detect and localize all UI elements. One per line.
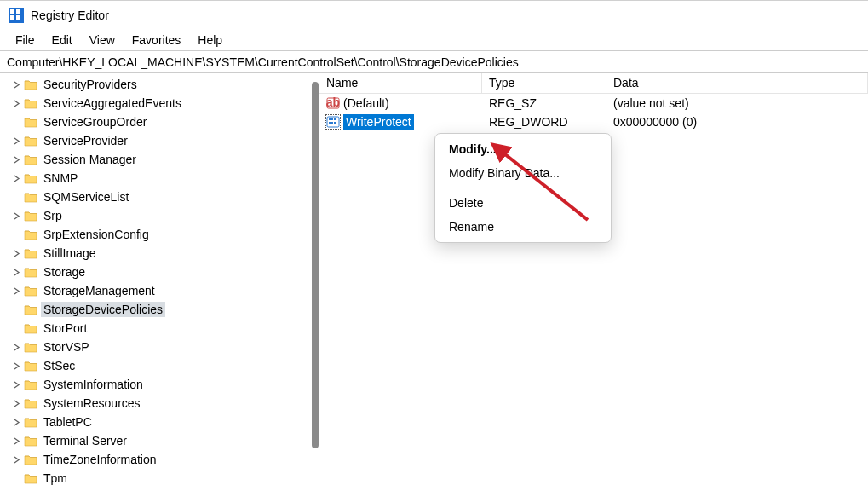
- folder-icon: [24, 378, 37, 390]
- tree-item-label: SystemResources: [41, 396, 143, 411]
- tree-item-label: Srp: [41, 208, 65, 223]
- folder-icon: [24, 453, 37, 465]
- value-row[interactable]: WriteProtectREG_DWORD0x00000000 (0): [319, 113, 868, 131]
- chevron-right-icon[interactable]: [12, 343, 21, 352]
- tree-item-label: Storage: [41, 264, 88, 280]
- svg-rect-2: [16, 9, 20, 14]
- svg-rect-9: [331, 118, 333, 120]
- context-menu-rename[interactable]: Rename: [435, 215, 611, 239]
- menu-edit[interactable]: Edit: [43, 31, 81, 49]
- chevron-right-icon[interactable]: [12, 249, 21, 258]
- folder-icon: [24, 341, 37, 353]
- tree-item[interactable]: ServiceAggregatedEvents: [0, 94, 319, 113]
- menu-file[interactable]: File: [7, 31, 43, 49]
- value-data: (value not set): [606, 95, 868, 111]
- value-name: (Default): [343, 96, 389, 110]
- svg-rect-1: [10, 9, 14, 14]
- folder-icon: [24, 116, 37, 128]
- chevron-right-icon[interactable]: [12, 211, 21, 221]
- tree-item[interactable]: ServiceProvider: [0, 131, 319, 150]
- chevron-right-icon[interactable]: [12, 136, 21, 146]
- tree-item[interactable]: Storage: [0, 263, 319, 281]
- tree-item[interactable]: Terminal Server: [0, 431, 319, 450]
- svg-rect-4: [16, 15, 20, 20]
- tree-item[interactable]: StorageDevicePolicies: [0, 300, 319, 319]
- registry-tree[interactable]: SecurityProvidersServiceAggregatedEvents…: [0, 73, 319, 488]
- chevron-right-icon[interactable]: [12, 399, 21, 408]
- tree-item[interactable]: TabletPC: [0, 413, 319, 431]
- window-title: Registry Editor: [31, 9, 109, 22]
- context-menu-separator: [444, 188, 602, 188]
- address-text: Computer\HKEY_LOCAL_MACHINE\SYSTEM\Curre…: [7, 55, 519, 69]
- tree-item-label: StorVSP: [41, 339, 92, 355]
- registry-editor-icon: [9, 8, 24, 23]
- tree-item[interactable]: StillImage: [0, 244, 319, 263]
- chevron-right-icon[interactable]: [12, 80, 21, 90]
- tree-item-label: SecurityProviders: [41, 77, 140, 92]
- tree-item-label: ServiceProvider: [41, 133, 130, 148]
- chevron-right-icon[interactable]: [12, 436, 21, 446]
- tree-item[interactable]: SystemResources: [0, 394, 319, 413]
- tree-item-label: SrpExtensionConfig: [41, 227, 152, 242]
- chevron-right-icon[interactable]: [12, 455, 21, 465]
- svg-rect-11: [329, 122, 331, 124]
- svg-rect-10: [334, 118, 336, 120]
- folder-icon: [24, 416, 37, 428]
- tree-item[interactable]: TimeZoneInformation: [0, 450, 319, 469]
- tree-item[interactable]: ServiceGroupOrder: [0, 113, 319, 131]
- folder-icon: [24, 172, 37, 184]
- reg-dword-icon: [326, 115, 340, 129]
- tree-item-label: StorPort: [41, 321, 89, 336]
- menu-favorites[interactable]: Favorites: [124, 31, 190, 49]
- tree-item-label: StSec: [41, 358, 78, 373]
- context-menu-modify[interactable]: Modify...: [435, 137, 611, 161]
- chevron-right-icon[interactable]: [12, 361, 21, 371]
- tree-item[interactable]: Session Manager: [0, 150, 319, 169]
- chevron-right-icon[interactable]: [12, 380, 21, 390]
- tree-item-label: Session Manager: [41, 152, 139, 167]
- tree-item-label: ServiceGroupOrder: [41, 114, 149, 130]
- svg-rect-3: [10, 15, 14, 20]
- tree-item-label: SystemInformation: [41, 377, 146, 392]
- context-menu-delete[interactable]: Delete: [435, 191, 611, 215]
- column-header-name[interactable]: Name: [319, 73, 482, 93]
- menu-view[interactable]: View: [81, 31, 124, 49]
- scrollbar[interactable]: [310, 73, 319, 471]
- scrollbar-thumb[interactable]: [312, 82, 319, 448]
- column-header-data[interactable]: Data: [606, 73, 868, 93]
- context-menu-modify-binary[interactable]: Modify Binary Data...: [435, 161, 611, 185]
- folder-icon: [24, 153, 37, 165]
- tree-item-label: StorageManagement: [41, 283, 158, 298]
- tree-item[interactable]: StorVSP: [0, 338, 319, 356]
- folder-icon: [24, 397, 37, 409]
- context-menu: Modify... Modify Binary Data... Delete R…: [434, 133, 612, 243]
- folder-icon: [24, 266, 37, 278]
- chevron-right-icon[interactable]: [12, 155, 21, 165]
- tree-item[interactable]: Srp: [0, 206, 319, 225]
- chevron-right-icon[interactable]: [12, 286, 21, 296]
- folder-icon: [24, 472, 37, 484]
- menu-help[interactable]: Help: [189, 31, 231, 49]
- tree-item[interactable]: StorPort: [0, 319, 319, 338]
- menu-bar: File Edit View Favorites Help: [0, 30, 868, 51]
- chevron-right-icon[interactable]: [12, 268, 21, 277]
- column-header-type[interactable]: Type: [482, 73, 606, 93]
- reg-string-icon: ab: [326, 96, 340, 110]
- tree-item-label: StillImage: [41, 246, 98, 261]
- tree-item[interactable]: StorageManagement: [0, 281, 319, 300]
- chevron-right-icon[interactable]: [12, 99, 21, 108]
- tree-item[interactable]: SecurityProviders: [0, 75, 319, 94]
- tree-item[interactable]: Tpm: [0, 469, 319, 488]
- tree-item[interactable]: StSec: [0, 356, 319, 375]
- tree-item[interactable]: SNMP: [0, 169, 319, 188]
- value-row[interactable]: ab(Default)REG_SZ(value not set): [319, 94, 868, 113]
- tree-item[interactable]: SQMServiceList: [0, 188, 319, 206]
- chevron-right-icon[interactable]: [12, 418, 21, 427]
- tree-item[interactable]: SrpExtensionConfig: [0, 225, 319, 244]
- tree-item[interactable]: SystemInformation: [0, 375, 319, 394]
- folder-icon: [24, 435, 37, 447]
- address-bar[interactable]: Computer\HKEY_LOCAL_MACHINE\SYSTEM\Curre…: [0, 51, 868, 73]
- value-name: WriteProtect: [343, 114, 414, 130]
- chevron-right-icon[interactable]: [12, 174, 21, 183]
- values-header: Name Type Data: [319, 73, 868, 94]
